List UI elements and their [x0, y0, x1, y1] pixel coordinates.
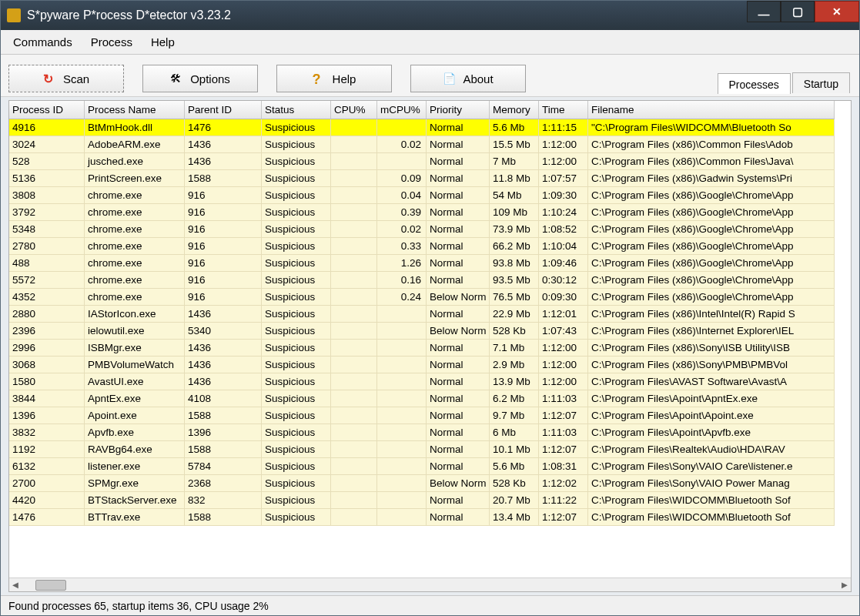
- table-cell[interactable]: 73.9 Mb: [490, 221, 539, 238]
- table-cell[interactable]: 1396: [185, 424, 262, 441]
- table-cell[interactable]: C:\Program Files (x86)\Intel\Intel(R) Ra…: [588, 306, 835, 323]
- table-cell[interactable]: 1:09:46: [539, 255, 588, 272]
- table-cell[interactable]: 488: [9, 255, 85, 272]
- table-cell[interactable]: [331, 153, 377, 170]
- table-cell[interactable]: Suspicious: [262, 323, 331, 340]
- table-cell[interactable]: 20.7 Mb: [490, 492, 539, 509]
- table-cell[interactable]: 93.5 Mb: [490, 272, 539, 289]
- col-priority[interactable]: Priority: [427, 101, 490, 119]
- table-cell[interactable]: 1:11:03: [539, 390, 588, 407]
- table-cell[interactable]: 1436: [185, 373, 262, 390]
- table-cell[interactable]: PrintScreen.exe: [85, 170, 185, 187]
- table-cell[interactable]: 1588: [185, 441, 262, 458]
- table-cell[interactable]: [377, 407, 427, 424]
- table-cell[interactable]: 1476: [185, 119, 262, 136]
- table-cell[interactable]: 916: [185, 255, 262, 272]
- table-cell[interactable]: 4352: [9, 289, 85, 306]
- table-cell[interactable]: [377, 340, 427, 357]
- table-cell[interactable]: C:\Program Files\Realtek\Audio\HDA\RAV: [588, 441, 835, 458]
- table-cell[interactable]: 3844: [9, 390, 85, 407]
- table-cell[interactable]: Suspicious: [262, 136, 331, 153]
- about-button[interactable]: About: [410, 65, 526, 92]
- table-cell[interactable]: [377, 492, 427, 509]
- table-cell[interactable]: [377, 424, 427, 441]
- table-cell[interactable]: 13.9 Mb: [490, 373, 539, 390]
- table-cell[interactable]: 528: [9, 153, 85, 170]
- table-cell[interactable]: "C:\Program Files\WIDCOMM\Bluetooth So: [588, 119, 835, 136]
- table-cell[interactable]: Normal: [427, 221, 490, 238]
- table-cell[interactable]: 0.33: [377, 238, 427, 255]
- table-cell[interactable]: Apoint.exe: [85, 407, 185, 424]
- table-cell[interactable]: 7.1 Mb: [490, 340, 539, 357]
- table-cell[interactable]: 4108: [185, 390, 262, 407]
- table-cell[interactable]: Normal: [427, 441, 490, 458]
- tab-processes[interactable]: Processes: [718, 73, 791, 94]
- table-cell[interactable]: 1:08:52: [539, 221, 588, 238]
- table-cell[interactable]: 1:11:15: [539, 119, 588, 136]
- table-cell[interactable]: BtMmHook.dll: [85, 119, 185, 136]
- table-cell[interactable]: chrome.exe: [85, 238, 185, 255]
- table-cell[interactable]: [377, 153, 427, 170]
- table-cell[interactable]: Normal: [427, 136, 490, 153]
- table-cell[interactable]: [331, 357, 377, 373]
- help-button[interactable]: Help: [276, 65, 392, 92]
- table-cell[interactable]: 0.02: [377, 136, 427, 153]
- table-cell[interactable]: [331, 272, 377, 289]
- table-cell[interactable]: 1580: [9, 373, 85, 390]
- table-cell[interactable]: [377, 475, 427, 492]
- table-cell[interactable]: chrome.exe: [85, 187, 185, 204]
- table-cell[interactable]: [377, 458, 427, 475]
- horizontal-scrollbar[interactable]: ◄ ►: [9, 578, 851, 591]
- table-cell[interactable]: 0:09:30: [539, 289, 588, 306]
- table-cell[interactable]: Suspicious: [262, 407, 331, 424]
- scan-button[interactable]: Scan: [8, 65, 124, 92]
- table-cell[interactable]: 0.09: [377, 170, 427, 187]
- scroll-left-icon[interactable]: ◄: [9, 579, 22, 591]
- table-cell[interactable]: [331, 441, 377, 458]
- close-button[interactable]: [815, 1, 859, 22]
- table-cell[interactable]: [331, 509, 377, 526]
- table-body[interactable]: 4916BtMmHook.dll1476SuspiciousNormal5.6 …: [9, 119, 851, 578]
- table-cell[interactable]: 5340: [185, 323, 262, 340]
- table-cell[interactable]: Normal: [427, 390, 490, 407]
- table-cell[interactable]: Suspicious: [262, 272, 331, 289]
- table-cell[interactable]: RAVBg64.exe: [85, 441, 185, 458]
- table-cell[interactable]: 2368: [185, 475, 262, 492]
- table-cell[interactable]: [377, 373, 427, 390]
- table-cell[interactable]: [331, 221, 377, 238]
- table-cell[interactable]: [377, 509, 427, 526]
- table-cell[interactable]: 1436: [185, 306, 262, 323]
- table-cell[interactable]: jusched.exe: [85, 153, 185, 170]
- table-cell[interactable]: C:\Program Files\WIDCOMM\Bluetooth Sof: [588, 509, 835, 526]
- table-cell[interactable]: IAStorIcon.exe: [85, 306, 185, 323]
- table-cell[interactable]: 1.26: [377, 255, 427, 272]
- table-cell[interactable]: [331, 170, 377, 187]
- scroll-right-icon[interactable]: ►: [838, 579, 851, 591]
- table-cell[interactable]: [377, 323, 427, 340]
- table-cell[interactable]: [377, 357, 427, 373]
- table-cell[interactable]: 66.2 Mb: [490, 238, 539, 255]
- table-cell[interactable]: Below Norm: [427, 323, 490, 340]
- table-cell[interactable]: [331, 475, 377, 492]
- table-cell[interactable]: 9.7 Mb: [490, 407, 539, 424]
- table-cell[interactable]: chrome.exe: [85, 272, 185, 289]
- col-mcpu[interactable]: mCPU%: [377, 101, 427, 119]
- table-cell[interactable]: [331, 407, 377, 424]
- table-cell[interactable]: Suspicious: [262, 509, 331, 526]
- table-cell[interactable]: 13.4 Mb: [490, 509, 539, 526]
- table-cell[interactable]: 1:11:22: [539, 492, 588, 509]
- table-cell[interactable]: Suspicious: [262, 255, 331, 272]
- table-cell[interactable]: 1588: [185, 170, 262, 187]
- table-cell[interactable]: 10.1 Mb: [490, 441, 539, 458]
- table-cell[interactable]: 109 Mb: [490, 204, 539, 221]
- table-cell[interactable]: Suspicious: [262, 119, 331, 136]
- table-cell[interactable]: Suspicious: [262, 306, 331, 323]
- table-cell[interactable]: 93.8 Mb: [490, 255, 539, 272]
- table-cell[interactable]: Suspicious: [262, 153, 331, 170]
- table-cell[interactable]: chrome.exe: [85, 255, 185, 272]
- table-cell[interactable]: 1:12:00: [539, 340, 588, 357]
- table-cell[interactable]: [331, 289, 377, 306]
- col-pname[interactable]: Process Name: [85, 101, 185, 119]
- table-cell[interactable]: C:\Program Files (x86)\Common Files\Adob: [588, 136, 835, 153]
- table-cell[interactable]: C:\Program Files (x86)\Common Files\Java…: [588, 153, 835, 170]
